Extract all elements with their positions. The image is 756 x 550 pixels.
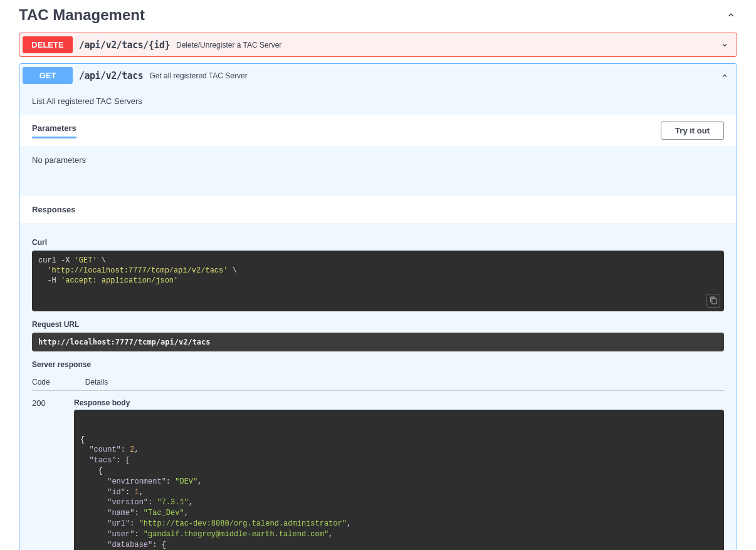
response-body-box[interactable]: { "count": 2, "tacs": [ { "environment":… <box>74 410 724 550</box>
op-get-summary[interactable]: GET /api/v2/tacs Get all registered TAC … <box>19 64 737 87</box>
details-header: Details <box>85 378 108 387</box>
method-badge-get: GET <box>23 67 73 84</box>
op-delete: DELETE /api/v2/tacs/{id} Delete/Unregist… <box>19 33 737 57</box>
curl-box: curl -X 'GET' \ 'http://localhost:7777/t… <box>32 251 724 311</box>
t: \ <box>97 256 106 265</box>
code-header: Code <box>32 378 50 387</box>
request-url-label: Request URL <box>32 320 724 329</box>
curl-cmd: curl -X <box>38 256 75 265</box>
t <box>38 266 47 275</box>
server-response-label: Server response <box>32 360 724 369</box>
t: -H <box>38 276 61 285</box>
curl-label: Curl <box>32 238 724 247</box>
response-code: 200 <box>32 398 74 550</box>
response-inner: Curl curl -X 'GET' \ 'http://localhost:7… <box>19 223 737 550</box>
copy-icon[interactable] <box>706 294 720 308</box>
op-get-path: /api/v2/tacs <box>79 70 143 81</box>
chevron-up-icon <box>721 70 733 82</box>
op-get-summary-text: Get all registered TAC Server <box>149 71 247 80</box>
op-delete-path: /api/v2/tacs/{id} <box>79 39 170 51</box>
section-title: TAC Management <box>19 6 145 24</box>
no-parameters-text: No parameters <box>19 146 737 196</box>
chevron-up-icon <box>725 9 737 21</box>
curl-url-str: 'http://localhost:7777/tcmp/api/v2/tacs' <box>47 266 228 275</box>
responses-header: Responses <box>19 196 737 223</box>
response-row: 200 Response body { "count": 2, "tacs": … <box>32 391 724 550</box>
op-get: GET /api/v2/tacs Get all registered TAC … <box>19 63 737 550</box>
op-delete-summary[interactable]: DELETE /api/v2/tacs/{id} Delete/Unregist… <box>19 33 737 56</box>
response-body-label: Response body <box>74 398 724 407</box>
method-badge-delete: DELETE <box>23 36 73 53</box>
parameters-header: Parameters Try it out <box>19 115 737 146</box>
op-get-description: List All registered TAC Servers <box>19 87 737 115</box>
curl-method-str: 'GET' <box>75 256 97 265</box>
tab-parameters[interactable]: Parameters <box>32 123 76 138</box>
chevron-down-icon <box>721 39 733 51</box>
response-details: Response body { "count": 2, "tacs": [ { … <box>74 398 724 550</box>
op-get-body: List All registered TAC Servers Paramete… <box>19 87 737 550</box>
request-url-box: http://localhost:7777/tcmp/api/v2/tacs <box>32 333 724 351</box>
curl-accept-str: 'accept: application/json' <box>61 276 178 285</box>
op-delete-summary-text: Delete/Unregister a TAC Server <box>176 41 281 49</box>
response-table-header: Code Details <box>32 373 724 391</box>
section-header[interactable]: TAC Management <box>19 0 737 33</box>
try-it-out-button[interactable]: Try it out <box>661 122 724 140</box>
t: \ <box>228 266 236 275</box>
